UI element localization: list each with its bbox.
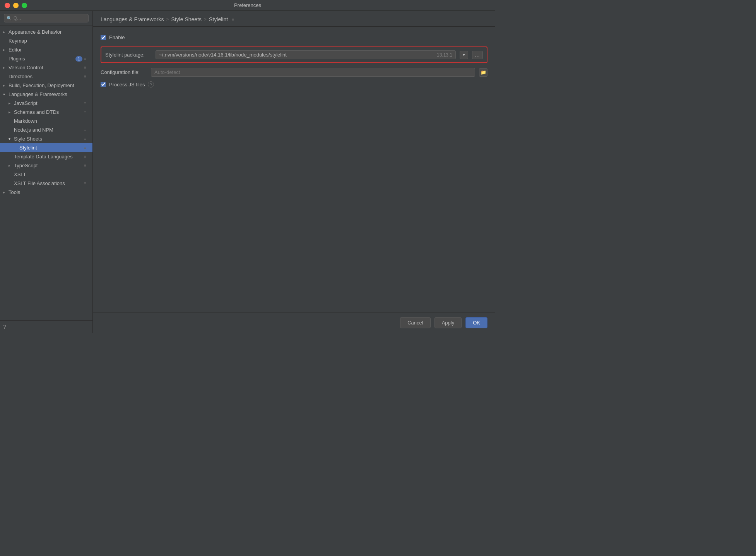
sidebar-item-label: Markdown — [14, 118, 89, 124]
sidebar-item-label: XSLT File Associations — [14, 180, 84, 186]
breadcrumb: Languages & Frameworks > Style Sheets > … — [93, 11, 495, 27]
sidebar-item-nodejs[interactable]: Node.js and NPM ≡ — [0, 125, 92, 134]
breadcrumb-stylelint: Stylelint — [209, 16, 228, 22]
sidebar-item-label: Tools — [9, 189, 89, 195]
sidebar-item-label: Stylelint — [19, 145, 84, 151]
chevron-right-icon: ▸ — [9, 163, 14, 168]
menu-icon: ≡ — [84, 145, 89, 151]
ok-button[interactable]: OK — [465, 317, 487, 328]
menu-icon: ≡ — [84, 65, 89, 70]
sidebar-item-version-control[interactable]: ▸ Version Control ≡ — [0, 63, 92, 72]
sidebar-item-template-data[interactable]: Template Data Languages ≡ — [0, 152, 92, 161]
menu-icon: ≡ — [84, 136, 89, 142]
sidebar-item-label: Languages & Frameworks — [9, 91, 89, 97]
process-js-checkbox[interactable] — [101, 82, 106, 87]
sidebar-nav: ▸ Appearance & Behavior Keymap ▸ Editor … — [0, 26, 92, 320]
breadcrumb-sep-1: > — [166, 17, 169, 22]
apply-button[interactable]: Apply — [434, 317, 462, 328]
chevron-right-icon: ▸ — [3, 83, 9, 88]
minimize-button[interactable] — [13, 3, 19, 8]
sidebar-item-label: Appearance & Behavior — [9, 29, 89, 35]
breadcrumb-sep-2: > — [204, 17, 207, 22]
sidebar-item-label: Build, Execution, Deployment — [9, 82, 89, 88]
sidebar-item-editor[interactable]: ▸ Editor — [0, 45, 92, 54]
sidebar-item-label: XSLT — [14, 172, 89, 177]
menu-icon: ≡ — [84, 163, 89, 168]
search-bar: 🔍 — [0, 11, 92, 26]
sidebar-item-label: Schemas and DTDs — [14, 109, 84, 115]
config-row: Configuration file: 📁 — [101, 68, 487, 77]
enable-row: Enable — [101, 34, 487, 40]
sidebar-item-label: JavaScript — [14, 100, 84, 106]
sidebar-item-xslt[interactable]: XSLT — [0, 170, 92, 179]
menu-icon: ≡ — [84, 101, 89, 106]
chevron-right-icon: ▸ — [9, 110, 14, 114]
sidebar-item-plugins[interactable]: Plugins 1 ≡ — [0, 54, 92, 63]
sidebar-item-label: Template Data Languages — [14, 154, 84, 160]
search-icon: 🔍 — [7, 16, 12, 21]
traffic-lights — [5, 3, 27, 8]
chevron-right-icon: ▸ — [9, 101, 14, 105]
sidebar-item-label: Directories — [9, 74, 84, 79]
sidebar-item-label: Node.js and NPM — [14, 127, 84, 133]
sidebar-item-schemas[interactable]: ▸ Schemas and DTDs ≡ — [0, 108, 92, 117]
folder-browse-button[interactable]: 📁 — [479, 68, 487, 77]
sidebar-item-label: Style Sheets — [14, 136, 84, 142]
sidebar-bottom: ? — [0, 320, 92, 333]
chevron-right-icon: ▸ — [3, 65, 9, 70]
content-body: Enable Stylelint package: 13.13.1 ▼ … Co… — [93, 27, 495, 312]
close-button[interactable] — [5, 3, 10, 8]
package-more-button[interactable]: … — [472, 51, 483, 59]
sidebar-item-javascript[interactable]: ▸ JavaScript ≡ — [0, 99, 92, 108]
config-label: Configuration file: — [101, 69, 147, 75]
sidebar-item-stylelint[interactable]: Stylelint ≡ — [0, 143, 92, 152]
sidebar-item-appearance[interactable]: ▸ Appearance & Behavior — [0, 27, 92, 36]
search-wrapper: 🔍 — [4, 14, 89, 22]
chevron-right-icon: ▸ — [3, 190, 9, 194]
menu-icon: ≡ — [84, 154, 89, 160]
process-js-label: Process JS files — [109, 82, 145, 88]
enable-checkbox[interactable] — [101, 35, 106, 40]
sidebar-item-label: TypeScript — [14, 163, 84, 168]
sidebar-item-stylesheets[interactable]: ▾ Style Sheets ≡ — [0, 134, 92, 143]
package-input-wrapper: 13.13.1 — [156, 50, 456, 59]
config-file-input[interactable] — [154, 69, 472, 75]
sidebar-item-label: Keymap — [9, 38, 89, 44]
package-label: Stylelint package: — [105, 52, 152, 58]
sidebar-item-tools[interactable]: ▸ Tools — [0, 188, 92, 197]
process-row: Process JS files ? — [101, 81, 487, 88]
chevron-down-icon: ▾ — [9, 137, 14, 141]
chevron-down-icon: ▾ — [3, 92, 9, 96]
menu-icon: ≡ — [84, 127, 89, 133]
sidebar-item-label: Plugins — [9, 56, 75, 62]
sidebar-item-markdown[interactable]: Markdown — [0, 117, 92, 125]
enable-label: Enable — [109, 34, 125, 40]
process-js-help-icon[interactable]: ? — [148, 81, 154, 88]
menu-icon: ≡ — [84, 181, 89, 186]
main-layout: 🔍 ▸ Appearance & Behavior Keymap ▸ Edito… — [0, 11, 495, 333]
cancel-button[interactable]: Cancel — [400, 317, 430, 328]
window-title: Preferences — [234, 2, 261, 8]
search-input[interactable] — [4, 14, 89, 22]
sidebar-item-build[interactable]: ▸ Build, Execution, Deployment — [0, 81, 92, 90]
plugins-badge: 1 — [75, 56, 82, 62]
package-dropdown-button[interactable]: ▼ — [460, 51, 468, 59]
chevron-right-icon: ▸ — [3, 30, 9, 34]
menu-icon: ≡ — [84, 56, 89, 62]
sidebar-item-languages[interactable]: ▾ Languages & Frameworks — [0, 90, 92, 99]
sidebar-item-label: Editor — [9, 47, 89, 53]
package-path-input[interactable] — [159, 52, 434, 58]
breadcrumb-menu-icon: ≡ — [232, 17, 234, 22]
sidebar-item-directories[interactable]: Directories ≡ — [0, 72, 92, 81]
maximize-button[interactable] — [22, 3, 27, 8]
help-icon[interactable]: ? — [3, 324, 6, 330]
bottom-bar: Cancel Apply OK — [93, 312, 495, 333]
breadcrumb-languages: Languages & Frameworks — [101, 16, 164, 22]
breadcrumb-stylesheets: Style Sheets — [171, 16, 202, 22]
sidebar-item-keymap[interactable]: Keymap — [0, 36, 92, 45]
sidebar-item-xslt-file[interactable]: XSLT File Associations ≡ — [0, 179, 92, 188]
content-area: Languages & Frameworks > Style Sheets > … — [93, 11, 495, 333]
sidebar-item-typescript[interactable]: ▸ TypeScript ≡ — [0, 161, 92, 170]
package-row: Stylelint package: 13.13.1 ▼ … — [101, 46, 487, 63]
config-input-wrapper — [151, 68, 475, 77]
